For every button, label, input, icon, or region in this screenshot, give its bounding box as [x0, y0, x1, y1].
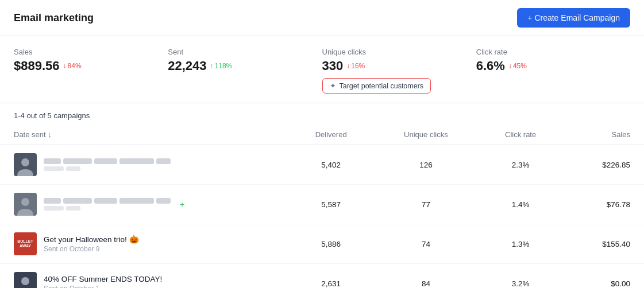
campaign-delivered: 5,402 [288, 145, 374, 185]
campaign-click-rate: 2.3% [478, 145, 563, 185]
table-row: 40% OFF Summer ENDS TODAY! Sent on Octob… [0, 264, 644, 289]
campaign-delivered: 5,886 [288, 224, 374, 264]
col-sales: Sales [563, 124, 644, 145]
campaign-info [44, 158, 171, 171]
target-icon: ✦ [330, 81, 336, 90]
campaign-info: 40% OFF Summer ENDS TODAY! Sent on Octob… [44, 275, 162, 289]
stat-rate-value: 6.6% ↓ 45% [476, 59, 616, 73]
campaign-delivered: 2,631 [288, 264, 374, 289]
col-unique-clicks: Unique clicks [374, 124, 478, 145]
stat-sent-value: 22,243 ↑ 118% [168, 59, 308, 73]
svg-point-2 [21, 277, 29, 285]
svg-point-0 [21, 158, 29, 166]
campaign-delivered: 5,587 [288, 185, 374, 224]
campaign-sales: $0.00 [563, 264, 644, 289]
stat-click-rate: Click rate 6.6% ↓ 45% [476, 48, 630, 94]
campaigns-summary: 1-4 out of 5 campaigns [0, 103, 644, 124]
stat-rate-change: ↓ 45% [508, 62, 527, 70]
stat-rate-label: Click rate [476, 48, 616, 56]
campaigns-section: 1-4 out of 5 campaigns Date sent ↓ Deliv… [0, 103, 644, 288]
table-header-row: Date sent ↓ Delivered Unique clicks Clic… [0, 124, 644, 145]
campaign-name-cell[interactable] [0, 145, 288, 185]
campaign-click-rate: 3.2% [478, 264, 563, 289]
stat-sent-label: Sent [168, 48, 308, 56]
stat-sent: Sent 22,243 ↑ 118% [168, 48, 322, 94]
col-delivered: Delivered [288, 124, 374, 145]
stat-sales-label: Sales [14, 48, 154, 56]
campaign-sales: $226.85 [563, 145, 644, 185]
svg-point-1 [21, 198, 29, 206]
table-row: BULLETAWAY Get your Halloween trio! 🎃 Se… [0, 224, 644, 264]
campaigns-table: Date sent ↓ Delivered Unique clicks Clic… [0, 124, 644, 288]
stats-section: Sales $889.56 ↓ 84% Sent 22,243 ↑ 118% U… [0, 36, 644, 103]
campaign-click-rate: 1.3% [478, 224, 563, 264]
stat-unique-clicks: Unique clicks 330 ↓ 16% ✦ Target potenti… [322, 48, 476, 94]
campaign-sales: $76.78 [563, 185, 644, 224]
col-date-sent: Date sent ↓ [0, 124, 288, 145]
campaign-unique-clicks: 84 [374, 264, 478, 289]
page-header: Email marketing + Create Email Campaign [0, 0, 644, 36]
campaign-name-cell[interactable]: BULLETAWAY Get your Halloween trio! 🎃 Se… [0, 224, 288, 264]
campaign-info: Get your Halloween trio! 🎃 Sent on Octob… [44, 235, 139, 253]
target-customers-button[interactable]: ✦ Target potential customers [322, 78, 431, 94]
campaign-name-cell[interactable]: 40% OFF Summer ENDS TODAY! Sent on Octob… [0, 264, 288, 289]
campaign-name-cell[interactable]: + [0, 185, 288, 224]
stat-sales-change: ↓ 84% [63, 62, 82, 70]
campaign-click-rate: 1.4% [478, 185, 563, 224]
stat-clicks-label: Unique clicks [322, 48, 462, 56]
stat-clicks-value: 330 ↓ 16% [322, 59, 462, 73]
campaign-info [44, 198, 171, 211]
campaign-unique-clicks: 126 [374, 145, 478, 185]
stat-clicks-change: ↓ 16% [346, 62, 365, 70]
campaign-sales: $155.40 [563, 224, 644, 264]
table-row: 5,402 126 2.3% $226.85 [0, 145, 644, 185]
table-row: + 5,587 77 1.4% $76.78 [0, 185, 644, 224]
stat-sent-change: ↑ 118% [210, 62, 233, 70]
page-title: Email marketing [14, 12, 94, 24]
stat-sales-value: $889.56 ↓ 84% [14, 59, 154, 73]
stat-sales: Sales $889.56 ↓ 84% [14, 48, 168, 94]
campaign-unique-clicks: 74 [374, 224, 478, 264]
create-campaign-button[interactable]: + Create Email Campaign [517, 8, 630, 28]
campaign-unique-clicks: 77 [374, 185, 478, 224]
col-click-rate: Click rate [478, 124, 563, 145]
